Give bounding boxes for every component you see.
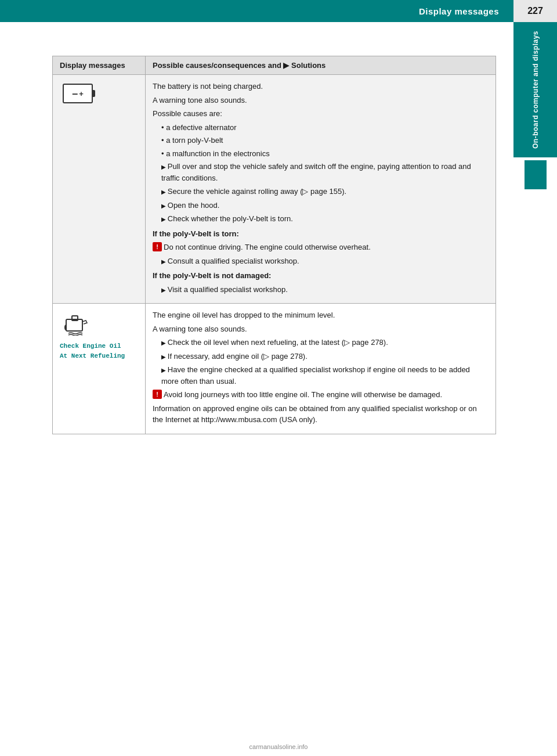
main-content: Display messages Possible causes/consequ… [0,22,513,434]
oil-intro-1: The engine oil level has dropped to the … [153,309,489,321]
arrow-hood: Open the hood. [153,200,489,211]
table-row: – + The battery is not being charged. A … [53,75,496,304]
display-messages-table: Display messages Possible causes/consequ… [52,56,496,434]
warning-line-oil: ! Avoid long journeys with too little en… [153,389,489,401]
bullet-belt: a torn poly-V-belt [153,135,489,146]
header-bar: Display messages [0,0,557,22]
battery-icon: – + [63,84,93,103]
arrow-check-oil: Check the oil level when next refueling,… [153,337,489,348]
battery-intro-2: A warning tone also sounds. [153,95,489,106]
arrow-consult: Consult a qualified specialist workshop. [153,255,489,267]
warning-text-overheat: Do not continue driving. The engine coul… [164,242,371,253]
col-header-display-messages: Display messages [53,56,146,75]
section1-heading: If the poly-V-belt is torn: [153,228,489,240]
header-title: Display messages [419,6,499,16]
warning-text-oil: Avoid long journeys with too little engi… [164,389,442,401]
battery-content: The battery is not being charged. A warn… [153,81,489,295]
col-header-causes-solutions: Possible causes/consequences and ▶ Solut… [146,56,496,75]
arrow-pull-over: Pull over and stop the vehicle safely an… [153,161,489,183]
sidebar-block [525,160,547,189]
section2-heading: If the poly-V-belt is not damaged: [153,270,489,282]
arrow-secure: Secure the vehicle against rolling away … [153,186,489,197]
battery-intro-1: The battery is not being charged. [153,81,489,92]
bullet-alternator: a defective alternator [153,122,489,134]
oil-extra-info: Information on approved engine oils can … [153,403,489,426]
page-number-box: 227 [513,0,557,22]
table-row: Check Engine OilAt Next Refueling The en… [53,304,496,434]
oil-content: The engine oil level has dropped to the … [153,309,489,426]
oil-icon-container: Check Engine OilAt Next Refueling [60,309,138,361]
content-inner: Display messages Possible causes/consequ… [52,56,496,434]
content-cell-oil: The engine oil level has dropped to the … [146,304,496,434]
oil-icon [63,312,91,336]
warning-line-overheat: ! Do not continue driving. The engine co… [153,242,489,253]
oil-intro-2: A warning tone also sounds. [153,323,489,335]
battery-intro-3: Possible causes are: [153,108,489,120]
icon-cell-oil: Check Engine OilAt Next Refueling [53,304,146,434]
right-sidebar: On-board computer and displays [513,22,557,370]
check-engine-text: Check Engine OilAt Next Refueling [60,341,125,361]
footer-watermark: carmanualsoline.info [249,743,308,750]
warning-icon-oil: ! [153,390,162,399]
page-number: 227 [527,6,543,16]
arrow-visit: Visit a qualified specialist workshop. [153,284,489,296]
arrow-check-belt: Check whether the poly-V-belt is torn. [153,213,489,225]
icon-cell-battery: – + [53,75,146,304]
footer-area: carmanualsoline.info [0,743,557,750]
warning-icon: ! [153,242,162,251]
content-cell-battery: The battery is not being charged. A warn… [146,75,496,304]
arrow-add-oil: If necessary, add engine oil (▷ page 278… [153,351,489,362]
arrow-engine-check: Have the engine checked at a qualified s… [153,364,489,387]
sidebar-tab-label: On-board computer and displays [513,22,557,157]
bullet-electronics: a malfunction in the electronics [153,148,489,160]
